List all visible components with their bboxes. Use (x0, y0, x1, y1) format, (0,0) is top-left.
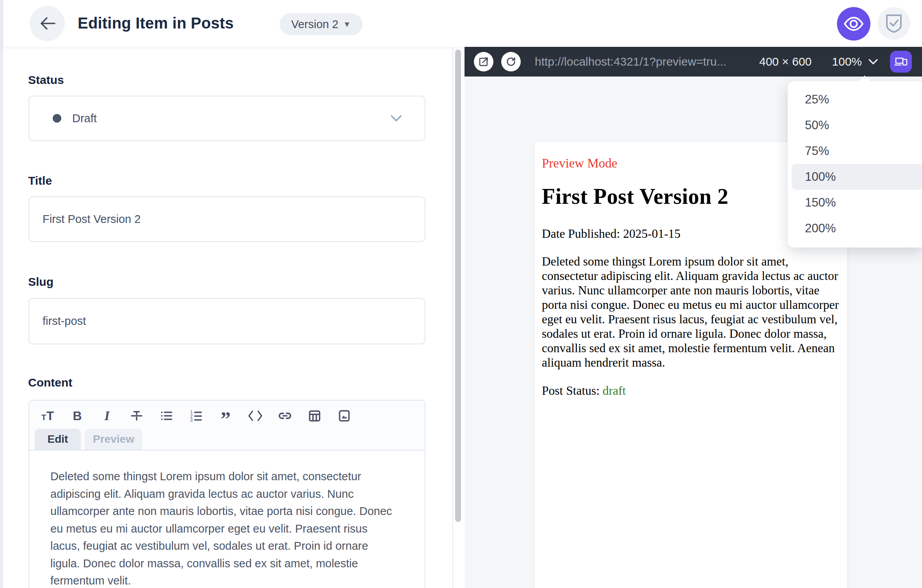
app-header: Editing Item in Posts Version 2 ▼ (3, 0, 922, 47)
post-status-value: draft (603, 384, 626, 397)
validate-button[interactable] (878, 7, 910, 40)
preview-toolbar: http://localhost:4321/1?preview=tru... 4… (465, 47, 922, 77)
status-value: Draft (72, 112, 97, 125)
caret-down-icon: ▼ (343, 20, 351, 29)
header-actions (837, 7, 910, 41)
panel-divider (452, 47, 453, 588)
zoom-option-200[interactable]: 200% (792, 216, 922, 241)
devices-icon (894, 56, 908, 68)
content-label: Content (28, 376, 72, 389)
editor-toolbar: TT B I (29, 401, 425, 451)
code-icon[interactable] (248, 408, 263, 423)
shield-check-icon (885, 14, 902, 33)
content-editor: TT B I (28, 400, 425, 588)
version-selector[interactable]: Version 2 ▼ (279, 13, 363, 35)
title-input[interactable]: First Post Version 2 (28, 196, 425, 242)
scrollbar[interactable] (455, 50, 461, 522)
link-icon[interactable] (278, 408, 292, 423)
ordered-list-icon[interactable]: 1 2 3 (189, 408, 203, 423)
tab-edit[interactable]: Edit (35, 429, 81, 450)
text-size-icon[interactable]: TT (40, 408, 55, 423)
open-external-button[interactable] (474, 52, 493, 71)
preview-post-body: Deleted some thingst Lorem ipsum dolor s… (542, 254, 840, 370)
status-dot-icon (53, 114, 61, 123)
bold-icon[interactable]: B (70, 408, 85, 423)
zoom-option-25[interactable]: 25% (792, 87, 922, 112)
title-label: Title (28, 174, 52, 187)
content-textarea[interactable]: Deleted some thingst Lorem ipsum dolor s… (29, 451, 425, 588)
image-icon[interactable] (337, 408, 352, 423)
eye-icon (844, 16, 864, 32)
slug-label: Slug (28, 275, 53, 289)
device-size-button[interactable] (890, 51, 912, 73)
zoom-option-100[interactable]: 100% (792, 164, 922, 190)
editor-form-panel: Status Draft Title First Post Version 2 … (3, 47, 465, 588)
preview-url: http://localhost:4321/1?preview=tru... (535, 55, 726, 68)
formatting-toolbar: TT B I (40, 408, 352, 423)
zoom-level-button[interactable]: 100% (832, 55, 878, 68)
back-arrow-icon (39, 17, 55, 30)
dropdown-notch (858, 75, 870, 87)
slug-value: first-post (43, 315, 86, 328)
status-label: Status (28, 73, 64, 87)
bullet-list-icon[interactable] (159, 408, 174, 423)
zoom-option-150[interactable]: 150% (792, 190, 922, 216)
editor-tabs: Edit Preview (35, 429, 142, 450)
zoom-level-value: 100% (832, 55, 862, 68)
italic-icon[interactable]: I (100, 408, 114, 423)
page-title: Editing Item in Posts (78, 14, 234, 32)
title-value: First Post Version 2 (43, 213, 141, 226)
blockquote-icon[interactable]: ” (218, 408, 233, 423)
preview-post-status: Post Status: draft (542, 384, 840, 398)
slug-input[interactable]: first-post (28, 298, 425, 344)
back-button[interactable] (30, 6, 65, 41)
strikethrough-icon[interactable] (129, 408, 144, 423)
app-window: Editing Item in Posts Version 2 ▼ (0, 0, 922, 588)
table-icon[interactable] (307, 408, 322, 423)
version-label: Version 2 (291, 18, 338, 31)
post-status-prefix: Post Status: (542, 384, 603, 397)
viewport-dimensions: 400 × 600 (759, 55, 812, 68)
zoom-option-50[interactable]: 50% (792, 112, 922, 138)
refresh-icon (505, 56, 516, 67)
chevron-down-icon (390, 115, 402, 122)
preview-pane: http://localhost:4321/1?preview=tru... 4… (465, 47, 922, 588)
external-link-icon (478, 56, 489, 67)
zoom-option-75[interactable]: 75% (792, 138, 922, 164)
tab-preview[interactable]: Preview (85, 429, 142, 450)
svg-text:3: 3 (190, 418, 192, 422)
window-edge (0, 0, 3, 588)
zoom-dropdown-menu: 25% 50% 75% 100% 150% 200% (788, 81, 922, 248)
preview-toggle-button[interactable] (837, 7, 870, 41)
refresh-button[interactable] (501, 52, 521, 71)
status-select[interactable]: Draft (28, 96, 425, 141)
chevron-down-icon (868, 59, 878, 65)
